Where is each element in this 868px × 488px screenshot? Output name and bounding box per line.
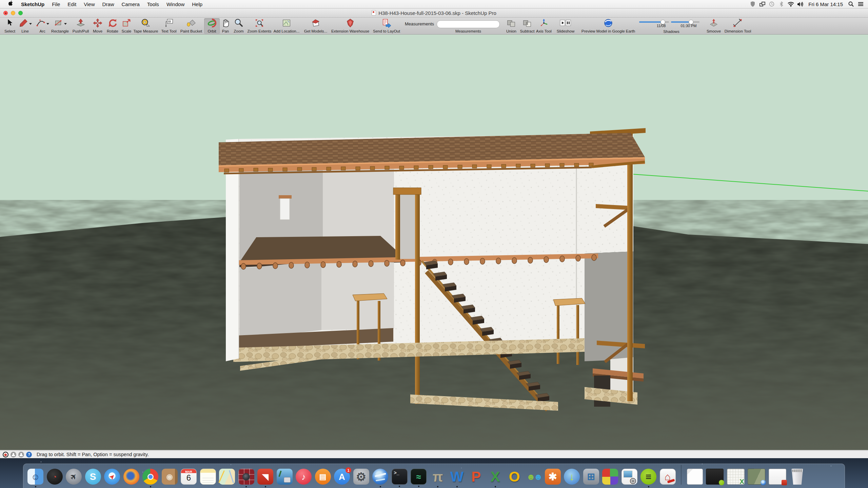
- menu-item-help[interactable]: Help: [188, 0, 206, 8]
- tool-line[interactable]: Line: [16, 18, 34, 34]
- skype-dock-icon[interactable]: S: [85, 469, 101, 485]
- firefox-dock-icon[interactable]: [123, 469, 139, 485]
- line-dropdown-arrow[interactable]: [29, 23, 32, 25]
- excel-minimized-window[interactable]: X: [727, 469, 745, 485]
- sketchup-dock-icon[interactable]: ◥: [257, 469, 273, 485]
- display-mirroring-icon[interactable]: [759, 1, 766, 7]
- close-button[interactable]: [3, 11, 8, 15]
- latex-dock-icon[interactable]: π: [430, 469, 446, 485]
- sketchup-minimized-window[interactable]: [769, 469, 786, 485]
- trash-dock-icon[interactable]: [789, 469, 805, 485]
- remote-desktop-dock-icon[interactable]: ⊞: [583, 469, 599, 485]
- calendar-dock-icon[interactable]: MAR 6: [181, 469, 197, 485]
- menu-bar: SketchUp File Edit View Draw Camera Tool…: [0, 0, 868, 8]
- rotate-icon: [108, 18, 117, 29]
- spotlight-search-icon[interactable]: [848, 1, 854, 7]
- measurements-input[interactable]: [437, 20, 500, 28]
- menu-item-window[interactable]: Window: [163, 0, 188, 8]
- itunes-dock-icon[interactable]: ♪: [296, 469, 312, 485]
- shield-status-icon[interactable]: [749, 1, 756, 7]
- photo-booth-dock-icon[interactable]: [238, 469, 254, 485]
- web-downloader-dock-icon[interactable]: ↓: [564, 469, 580, 485]
- tool-axis[interactable]: Axis Tool: [533, 18, 554, 34]
- word-dock-icon[interactable]: W: [449, 469, 465, 485]
- paint-bucket-icon: [186, 18, 196, 29]
- orbit-icon: [207, 18, 217, 29]
- document-stack-dock-icon[interactable]: [687, 469, 703, 485]
- spotify-minimized-window[interactable]: [706, 469, 724, 485]
- menubar-clock[interactable]: Fri 6 Mar 14:15: [806, 1, 845, 7]
- minimize-button[interactable]: [11, 11, 15, 15]
- tool-tape-measure[interactable]: Tape Measure: [130, 18, 162, 34]
- ibooks-dock-icon[interactable]: ▤: [315, 469, 331, 485]
- activity-monitor-dock-icon[interactable]: ≈: [411, 469, 427, 485]
- tool-slideshow[interactable]: Slideshow: [554, 18, 577, 34]
- contacts-dock-icon[interactable]: ◉: [162, 469, 178, 485]
- menu-item-file[interactable]: File: [48, 0, 64, 8]
- excel-dock-icon[interactable]: X: [487, 469, 503, 485]
- chrome-dock-icon[interactable]: [142, 469, 158, 485]
- zoom-button[interactable]: [18, 11, 23, 15]
- orange-gear-app-dock-icon[interactable]: ✱: [545, 469, 561, 485]
- launchpad-dock-icon[interactable]: ✈: [66, 469, 82, 485]
- help-icon[interactable]: ?: [26, 452, 32, 458]
- notes-dock-icon[interactable]: [200, 469, 216, 485]
- menu-item-tools[interactable]: Tools: [143, 0, 163, 8]
- tool-move[interactable]: Move: [90, 18, 106, 34]
- google-earth-dock-icon[interactable]: [372, 469, 388, 485]
- tool-paint-bucket[interactable]: Paint Bucket: [176, 18, 206, 34]
- outlook-dock-icon[interactable]: O: [507, 469, 522, 485]
- tool-pushpull[interactable]: Push/Pull: [69, 18, 92, 34]
- volume-icon[interactable]: [797, 1, 804, 7]
- tool-send-to-layout[interactable]: Send to LayOut: [368, 18, 405, 34]
- geolocation-status-icon[interactable]: ◉: [3, 452, 8, 458]
- menu-item-draw[interactable]: Draw: [98, 0, 118, 8]
- apple-menu[interactable]: [5, 0, 17, 8]
- window-title: H38-H43-House-full-2015-03-06.skp - Sket…: [378, 10, 496, 16]
- finder-dock-icon[interactable]: ☺: [27, 469, 43, 485]
- preview-dock-icon[interactable]: ◎: [622, 469, 637, 485]
- sign-in-icon[interactable]: [18, 452, 24, 458]
- rectangle-dropdown-arrow[interactable]: [64, 23, 67, 25]
- bluetooth-icon[interactable]: [778, 1, 785, 7]
- model-viewport[interactable]: [0, 35, 868, 450]
- add-location-icon: [282, 18, 291, 29]
- measurements-inline-label: Measurements: [400, 21, 434, 26]
- messenger-dock-icon[interactable]: ☻☻: [526, 469, 541, 485]
- tool-add-location[interactable]: Add Location...: [269, 18, 304, 34]
- maps-dock-icon[interactable]: [219, 469, 235, 485]
- google-earth-minimized-window[interactable]: [748, 469, 765, 485]
- tool-extension-warehouse[interactable]: Extension Warehouse: [327, 18, 374, 34]
- tool-dimension[interactable]: Dimension Tool: [719, 18, 756, 34]
- system-preferences-dock-icon[interactable]: ⚙: [353, 469, 369, 485]
- app-store-dock-icon[interactable]: A 1: [334, 469, 350, 485]
- iphoto-dock-icon[interactable]: [277, 469, 293, 485]
- union-icon: [507, 18, 516, 29]
- shadow-date-slider[interactable]: [639, 21, 669, 23]
- terminal-dock-icon[interactable]: >_: [392, 469, 408, 485]
- wallpaper-stars: [41, 462, 41, 462]
- home-toolkit-app-dock-icon[interactable]: ⌂: [660, 469, 676, 485]
- claim-credit-icon[interactable]: [11, 452, 16, 458]
- title-bar[interactable]: H38-H43-House-full-2015-03-06.skp - Sket…: [0, 8, 868, 18]
- tool-pan[interactable]: Pan: [219, 18, 232, 34]
- menu-item-edit[interactable]: Edit: [64, 0, 80, 8]
- move-icon: [93, 18, 102, 29]
- spotify-dock-icon[interactable]: ≡: [640, 469, 656, 485]
- safari-dock-icon[interactable]: ➤: [104, 469, 120, 485]
- dimension-tool-icon: [733, 18, 743, 29]
- menu-item-sketchup[interactable]: SketchUp: [17, 0, 48, 8]
- sketchup-window: H38-H43-House-full-2015-03-06.skp - Sket…: [0, 8, 868, 458]
- menu-item-camera[interactable]: Camera: [118, 0, 143, 8]
- notification-center-icon[interactable]: [857, 1, 864, 7]
- wifi-icon[interactable]: [787, 1, 794, 7]
- time-machine-icon[interactable]: [768, 1, 775, 7]
- tool-orbit[interactable]: Orbit: [204, 18, 220, 34]
- powerpoint-dock-icon[interactable]: P: [468, 469, 484, 485]
- shadow-time-slider[interactable]: [671, 21, 699, 23]
- status-bar: ◉ ? Drag to orbit. Shift = Pan, Option =…: [0, 450, 868, 458]
- menu-item-view[interactable]: View: [80, 0, 98, 8]
- tool-preview-google-earth[interactable]: Preview Model in Google Earth: [577, 18, 639, 34]
- blocks-app-dock-icon[interactable]: [602, 469, 618, 485]
- dashboard-dock-icon[interactable]: ◔: [47, 469, 63, 485]
